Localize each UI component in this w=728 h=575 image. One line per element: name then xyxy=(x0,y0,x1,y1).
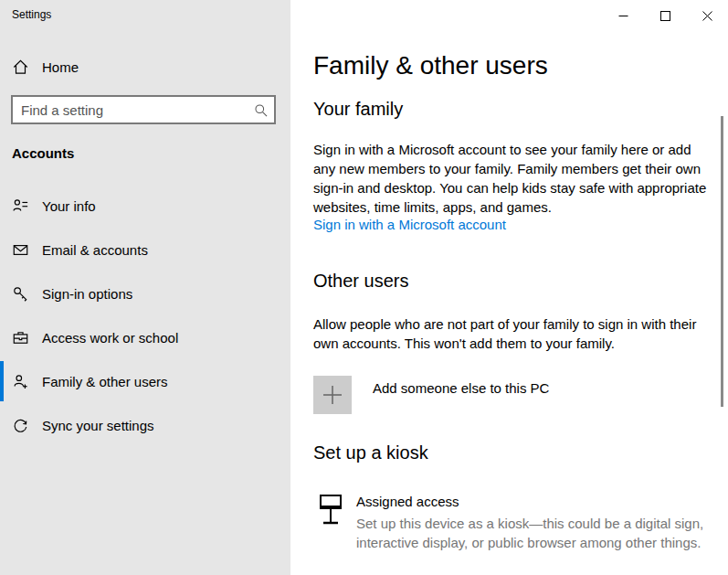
sidebar-item-your-info[interactable]: Your info xyxy=(0,186,290,226)
assigned-access-title: Assigned access xyxy=(356,494,714,509)
home-icon xyxy=(13,59,28,75)
search-input[interactable] xyxy=(13,102,247,118)
settings-sidebar: Settings Home Accounts xyxy=(0,0,290,575)
your-family-heading: Your family xyxy=(313,99,403,120)
add-someone-button[interactable]: Add someone else to this PC xyxy=(313,376,549,414)
sidebar-item-label: Sync your settings xyxy=(42,418,154,433)
contact-icon xyxy=(13,198,28,214)
search-box xyxy=(11,95,276,124)
sync-icon xyxy=(13,418,28,433)
sidebar-nav: Your info Email & accounts Sign-in o xyxy=(0,186,290,449)
sidebar-item-label: Family & other users xyxy=(42,374,168,389)
kiosk-display-icon xyxy=(318,494,343,527)
sidebar-item-email-accounts[interactable]: Email & accounts xyxy=(0,229,290,270)
sign-in-microsoft-link[interactable]: Sign in with a Microsoft account xyxy=(313,217,506,232)
sidebar-item-label: Access work or school xyxy=(42,330,178,346)
sidebar-item-family-other-users[interactable]: Family & other users xyxy=(0,361,290,401)
sidebar-item-label: Home xyxy=(42,59,79,75)
sidebar-section-accounts: Accounts xyxy=(12,145,74,161)
plus-icon xyxy=(313,376,352,414)
add-someone-label: Add someone else to this PC xyxy=(373,380,549,396)
key-icon xyxy=(13,286,28,302)
other-users-heading: Other users xyxy=(313,271,408,292)
assigned-access-description: Set up this device as a kiosk—this could… xyxy=(356,514,714,552)
briefcase-icon xyxy=(13,330,28,346)
app-title: Settings xyxy=(12,8,51,21)
sidebar-item-sync-settings[interactable]: Sync your settings xyxy=(0,405,290,445)
sidebar-item-label: Email & accounts xyxy=(42,242,148,258)
other-users-description: Allow people who are not part of your fa… xyxy=(313,314,712,353)
sidebar-item-label: Sign-in options xyxy=(42,286,132,302)
assigned-access-text: Assigned access Set up this device as a … xyxy=(356,494,714,552)
sidebar-item-access-work-school[interactable]: Access work or school xyxy=(0,317,290,357)
assigned-access-item[interactable]: Assigned access Set up this device as a … xyxy=(313,494,714,552)
page-title: Family & other users xyxy=(313,51,548,80)
kiosk-heading: Set up a kiosk xyxy=(313,442,428,463)
main-content: Family & other users Your family Sign in… xyxy=(313,0,712,575)
sidebar-item-label: Your info xyxy=(42,198,96,214)
sidebar-item-home[interactable]: Home xyxy=(0,47,290,87)
search-icon[interactable] xyxy=(247,97,274,122)
sidebar-item-sign-in-options[interactable]: Sign-in options xyxy=(0,273,290,314)
vertical-scrollbar-thumb[interactable] xyxy=(721,116,723,407)
envelope-icon xyxy=(13,242,28,258)
add-person-icon xyxy=(13,374,28,389)
your-family-description: Sign in with a Microsoft account to see … xyxy=(313,140,712,217)
